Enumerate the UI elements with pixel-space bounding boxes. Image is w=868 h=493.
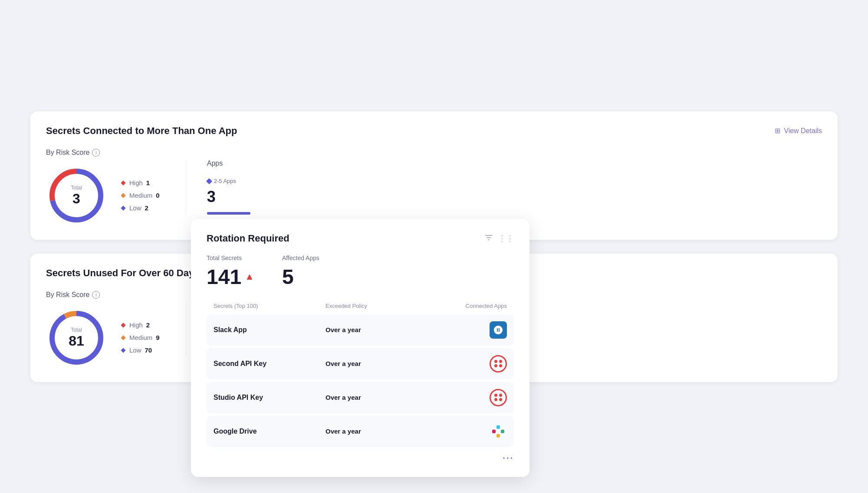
unused-legend-medium: Medium 9 bbox=[121, 334, 160, 341]
page-container: Secrets Connected to More Than One App ⊞… bbox=[30, 111, 838, 382]
unused-donut-center: Total 81 bbox=[69, 326, 84, 349]
svg-rect-10 bbox=[121, 323, 125, 327]
medium-diamond-icon bbox=[121, 193, 126, 198]
affected-apps-value: 5 bbox=[282, 265, 319, 289]
zendesk-app-icon bbox=[437, 321, 507, 339]
apps-group-2-5: 2-5 Apps 3 bbox=[207, 178, 250, 215]
unused-section-title: By Risk Score i bbox=[46, 291, 160, 299]
apps-title: Apps bbox=[207, 160, 250, 167]
unused-info-icon[interactable]: i bbox=[92, 291, 100, 299]
high-diamond-icon bbox=[121, 180, 126, 186]
unused-medium-diamond-icon bbox=[121, 335, 126, 340]
rotation-title: Rotation Required bbox=[207, 233, 289, 244]
unused-risk-legend: High 2 Medium 9 bbox=[121, 321, 160, 354]
by-risk-score-section: By Risk Score i To bbox=[46, 149, 160, 226]
svg-rect-16 bbox=[496, 434, 500, 437]
unused-donut-chart: Total 81 bbox=[46, 307, 107, 368]
unused-low-diamond-icon bbox=[121, 348, 126, 353]
table-row: Slack App Over a year bbox=[207, 314, 514, 346]
total-secrets-label: Total Secrets bbox=[207, 255, 254, 261]
up-arrow-icon: ▲ bbox=[245, 271, 254, 282]
unused-legend-low: Low 70 bbox=[121, 346, 160, 354]
apps-sublabel-2-5: 2-5 Apps bbox=[207, 178, 250, 184]
view-details-icon: ⊞ bbox=[775, 127, 780, 135]
unused-donut-section: Total 81 High 2 bbox=[46, 307, 160, 368]
unused-card-title: Secrets Unused For Over 60 Days bbox=[46, 268, 199, 279]
svg-rect-3 bbox=[121, 180, 125, 185]
unused-high-diamond-icon bbox=[121, 323, 126, 328]
col-policy-header: Exceeded Policy bbox=[326, 303, 437, 309]
svg-rect-15 bbox=[501, 430, 504, 433]
rotation-header: Rotation Required ⋮⋮ bbox=[207, 233, 514, 244]
risk-legend: High 1 Medium 0 bbox=[121, 179, 160, 212]
view-details-link[interactable]: ⊞ View Details bbox=[775, 127, 822, 135]
table-row: Second API Key Over a year bbox=[207, 348, 514, 379]
card-header: Secrets Connected to More Than One App ⊞… bbox=[46, 125, 822, 137]
affected-apps-stat: Affected Apps 5 bbox=[282, 255, 319, 289]
total-secrets-value: 141 ▲ bbox=[207, 265, 254, 289]
legend-item-high: High 1 bbox=[121, 179, 160, 186]
svg-rect-5 bbox=[121, 206, 125, 210]
section-title: By Risk Score i bbox=[46, 149, 160, 157]
table-row: Studio API Key Over a year bbox=[207, 382, 514, 413]
info-icon[interactable]: i bbox=[92, 149, 100, 157]
total-secrets-stat: Total Secrets 141 ▲ bbox=[207, 255, 254, 289]
more-rows-indicator: ··· bbox=[207, 450, 514, 463]
card-body: By Risk Score i To bbox=[46, 149, 822, 226]
donut-center: Total 3 bbox=[71, 184, 82, 206]
svg-rect-13 bbox=[492, 430, 496, 433]
bottom-row: Secrets Unused For Over 60 Days By Risk … bbox=[30, 254, 838, 382]
svg-rect-12 bbox=[121, 348, 125, 353]
apps-section: Apps 2-5 Apps 3 bbox=[186, 160, 250, 215]
rotation-required-card: Rotation Required ⋮⋮ Total Secrets 141 ▲ bbox=[191, 219, 529, 477]
col-apps-header: Connected Apps bbox=[437, 303, 507, 309]
unused-by-risk-score: By Risk Score i bbox=[46, 291, 160, 368]
rotation-actions: ⋮⋮ bbox=[484, 233, 514, 244]
svg-rect-11 bbox=[121, 335, 125, 340]
unused-legend-high: High 2 bbox=[121, 321, 160, 329]
legend-item-medium: Medium 0 bbox=[121, 192, 160, 199]
donut-chart: Total 3 bbox=[46, 165, 107, 226]
donut-section: Total 3 High 1 bbox=[46, 165, 160, 226]
grid-menu-icon[interactable]: ⋮⋮ bbox=[498, 234, 514, 243]
circle-grid-app-icon-1 bbox=[437, 355, 507, 372]
card-title: Secrets Connected to More Than One App bbox=[46, 125, 237, 137]
table-row: Google Drive Over a year bbox=[207, 416, 514, 447]
legend-item-low: Low 2 bbox=[121, 204, 160, 212]
low-diamond-icon bbox=[121, 206, 126, 211]
filter-icon[interactable] bbox=[484, 233, 493, 244]
affected-apps-label: Affected Apps bbox=[282, 255, 319, 261]
apps-row: 2-5 Apps 3 bbox=[207, 178, 250, 215]
rotation-table-header: Secrets (Top 100) Exceeded Policy Connec… bbox=[207, 299, 514, 313]
apps-bar-2-5 bbox=[207, 212, 250, 215]
rotation-stats: Total Secrets 141 ▲ Affected Apps 5 bbox=[207, 255, 514, 289]
svg-rect-4 bbox=[121, 193, 125, 198]
slack-app-icon bbox=[437, 423, 507, 440]
circle-grid-app-icon-2 bbox=[437, 389, 507, 406]
svg-rect-14 bbox=[496, 425, 500, 429]
col-secrets-header: Secrets (Top 100) bbox=[214, 303, 326, 309]
